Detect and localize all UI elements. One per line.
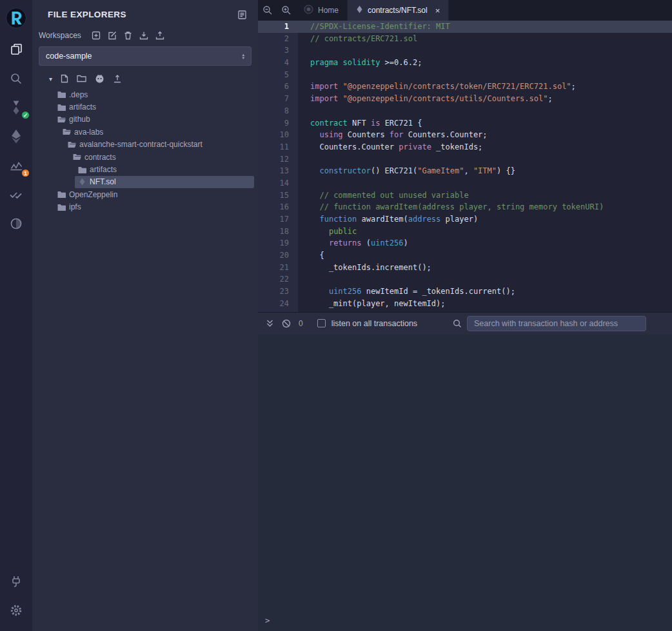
code-editor[interactable]: 1//SPDX-License-Identifier: MIT2// contr…: [258, 21, 672, 312]
code-line-17[interactable]: 17 function awardItem(address player): [258, 213, 672, 226]
workspace-select[interactable]: code-sample ▴▾: [39, 46, 252, 66]
folder-icon: [57, 204, 66, 211]
tree-item-nft.sol[interactable]: NFT.sol: [32, 176, 258, 188]
code-line-1[interactable]: 1//SPDX-License-Identifier: MIT: [258, 21, 672, 33]
code-line-5[interactable]: 5: [258, 69, 672, 81]
line-text: function awardItem(address player): [298, 213, 478, 226]
code-line-3[interactable]: 3: [258, 44, 672, 57]
download-workspaces-icon[interactable]: [139, 31, 148, 40]
line-number: 20: [258, 249, 298, 262]
folder-icon: [77, 166, 86, 173]
line-number: 21: [258, 262, 298, 274]
sidebar-item-deploy-run[interactable]: [0, 122, 32, 151]
line-number: 6: [258, 81, 298, 93]
tree-item-ipfs[interactable]: ipfs: [32, 201, 258, 213]
folder-icon: [57, 104, 66, 111]
sidebar-item-plugin-manager[interactable]: [0, 567, 32, 596]
code-line-6[interactable]: 6import "@openzeppelin/contracts/token/E…: [258, 81, 672, 93]
tree-item-.deps[interactable]: .deps: [32, 88, 258, 101]
sidebar-item-file-explorer[interactable]: [0, 35, 32, 64]
sol-file-icon: [77, 178, 86, 186]
code-line-11[interactable]: 11 Counters.Counter private _tokenIds;: [258, 141, 672, 153]
zoom-in-icon[interactable]: [277, 0, 295, 21]
tab-contracts-nft-sol[interactable]: contracts/NFT.sol ×: [348, 0, 449, 21]
code-line-14[interactable]: 14: [258, 177, 672, 189]
terminal-search-input[interactable]: [467, 316, 646, 331]
sidebar-item-solidity-compiler[interactable]: ✓: [0, 93, 32, 122]
code-line-15[interactable]: 15 // commented out unused variable: [258, 189, 672, 202]
code-line-18[interactable]: 18 public: [258, 226, 672, 238]
line-number: 8: [258, 105, 298, 117]
clear-transactions-icon[interactable]: [282, 319, 291, 328]
collapse-tree-icon[interactable]: ▾: [49, 75, 52, 83]
line-number: 10: [258, 129, 298, 141]
terminal-output[interactable]: >: [258, 335, 672, 631]
line-text: pragma solidity >=0.6.2;: [298, 57, 422, 69]
code-line-23[interactable]: 23 uint256 newItemId = _tokenIds.current…: [258, 286, 672, 298]
code-line-12[interactable]: 12: [258, 153, 672, 166]
line-number: 2: [258, 33, 298, 45]
line-number: 14: [258, 177, 298, 189]
code-line-8[interactable]: 8: [258, 105, 672, 117]
create-workspace-icon[interactable]: [92, 31, 101, 40]
delete-workspace-icon[interactable]: [124, 31, 132, 40]
code-line-20[interactable]: 20 {: [258, 249, 672, 262]
new-file-icon[interactable]: [61, 74, 68, 83]
code-line-4[interactable]: 4pragma solidity >=0.6.2;: [258, 57, 672, 69]
code-line-24[interactable]: 24 _mint(player, newItemId);: [258, 298, 672, 310]
tree-item-github[interactable]: github: [32, 113, 258, 126]
folder-icon: [57, 191, 66, 198]
sidebar-item-search[interactable]: [0, 64, 32, 93]
line-number: 18: [258, 226, 298, 238]
sidebar-item-settings[interactable]: [0, 596, 32, 625]
analyzer-chart-icon: [10, 160, 23, 171]
restore-workspaces-icon[interactable]: [155, 31, 164, 40]
tree-item-openzeppelin[interactable]: OpenZeppelin: [32, 188, 258, 200]
line-number: 22: [258, 273, 298, 286]
code-line-7[interactable]: 7import "@openzeppelin/contracts/utils/C…: [258, 93, 672, 105]
code-line-19[interactable]: 19 returns (uint256): [258, 237, 672, 249]
tree-item-contracts[interactable]: contracts: [32, 151, 258, 163]
line-number: 1: [258, 21, 298, 33]
upload-file-icon[interactable]: [113, 74, 122, 83]
tab-home[interactable]: Home: [295, 0, 348, 21]
github-icon[interactable]: [95, 74, 104, 83]
panel-header: FILE EXPLORERS: [32, 0, 258, 24]
remix-ide-window: ✓ 1: [0, 0, 672, 631]
sidebar-item-plugin-circle[interactable]: [0, 209, 32, 238]
panel-info-icon[interactable]: [238, 10, 246, 19]
code-line-9[interactable]: 9contract NFT is ERC721 {: [258, 117, 672, 130]
line-text: public: [298, 226, 357, 238]
tree-item-label: ava-labs: [74, 128, 103, 137]
sidebar-item-solidity-analyzer[interactable]: 1: [0, 151, 32, 180]
solidity-compiler-icon: [10, 100, 22, 115]
tree-item-avalanche-smart-contract-quickstart[interactable]: avalanche-smart-contract-quickstart: [32, 139, 258, 151]
code-line-10[interactable]: 10 using Counters for Counters.Counter;: [258, 129, 672, 141]
line-text: // function awardItem(address player, st…: [298, 201, 604, 213]
line-text: Counters.Counter private _tokenIds;: [298, 141, 482, 153]
code-line-13[interactable]: 13 constructor() ERC721("GameItem", "ITM…: [258, 165, 672, 177]
line-number: 3: [258, 44, 298, 57]
line-number: 23: [258, 286, 298, 298]
transaction-count: 0: [299, 319, 303, 328]
new-folder-icon[interactable]: [77, 75, 86, 83]
line-text: [298, 105, 310, 117]
listen-transactions-checkbox[interactable]: [317, 319, 326, 327]
code-line-21[interactable]: 21 _tokenIds.increment();: [258, 262, 672, 274]
zoom-out-icon[interactable]: [258, 0, 277, 21]
code-line-2[interactable]: 2// contracts/ERC721.sol: [258, 33, 672, 45]
tree-item-artifacts[interactable]: artifacts: [32, 163, 258, 175]
remix-logo[interactable]: [0, 4, 32, 35]
rename-workspace-icon[interactable]: [108, 31, 117, 40]
sidebar-item-unit-testing[interactable]: [0, 180, 32, 209]
close-tab-icon[interactable]: ×: [435, 6, 440, 15]
code-line-22[interactable]: 22: [258, 273, 672, 286]
tree-item-label: .deps: [69, 90, 88, 99]
toggle-terminal-icon[interactable]: [266, 319, 274, 327]
tree-item-ava-labs[interactable]: ava-labs: [32, 126, 258, 138]
code-line-16[interactable]: 16 // function awardItem(address player,…: [258, 201, 672, 213]
folder-open-icon: [67, 141, 76, 148]
tree-item-label: artifacts: [90, 165, 117, 174]
line-text: contract NFT is ERC721 {: [298, 117, 422, 130]
tree-item-artifacts[interactable]: artifacts: [32, 101, 258, 113]
